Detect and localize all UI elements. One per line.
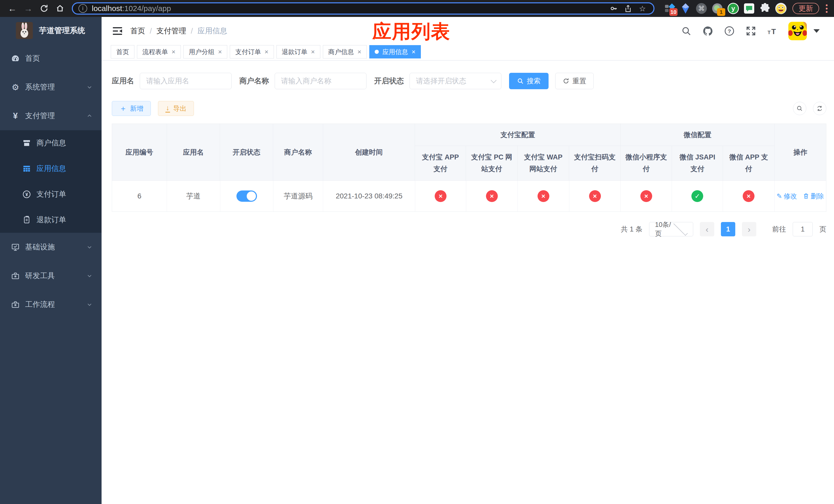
grid-icon — [22, 164, 32, 174]
monitor-icon — [10, 242, 21, 252]
status-badge: × — [640, 190, 652, 202]
breadcrumb: 首页 / 支付管理 / 应用信息 — [130, 26, 227, 36]
header-search-icon[interactable] — [681, 25, 692, 37]
profile-emoji-avatar[interactable] — [775, 3, 787, 14]
close-icon[interactable]: × — [357, 48, 361, 56]
status-badge: ✓ — [692, 190, 703, 202]
export-button[interactable]: ↓ 导出 — [158, 101, 194, 116]
fullscreen-icon[interactable] — [745, 25, 756, 37]
extension-command-icon[interactable]: ⌘ — [696, 3, 707, 14]
status-badge: × — [743, 190, 754, 202]
tab-app-info[interactable]: 应用信息× — [369, 45, 421, 59]
sidebar-item-merchant-info[interactable]: 商户信息 — [0, 130, 102, 156]
group-header-wechat: 微信配置 — [621, 124, 774, 146]
sidebar-item-pay-orders[interactable]: ¥ 支付订单 — [0, 182, 102, 207]
bookmark-star-icon[interactable]: ☆ — [637, 3, 648, 14]
search-button[interactable]: 搜索 — [509, 73, 549, 89]
extension-pieces-icon[interactable]: 10 — [664, 3, 676, 14]
share-icon[interactable] — [623, 3, 633, 14]
user-avatar[interactable] — [788, 22, 807, 40]
sidebar-item-home[interactable]: 首页 — [0, 44, 102, 73]
sidebar-item-pay[interactable]: ¥ 支付管理 — [0, 101, 102, 130]
sidebar-item-label: 研发工具 — [25, 271, 87, 281]
prev-page-button[interactable]: ‹ — [700, 222, 714, 236]
breadcrumb-home[interactable]: 首页 — [130, 26, 145, 36]
extension-badge: 1 — [717, 8, 725, 16]
extension-y-icon[interactable]: y — [727, 3, 739, 14]
sidebar-item-infrastructure[interactable]: 基础设施 — [0, 233, 102, 261]
delete-button[interactable]: 删除 — [803, 192, 824, 201]
status-select[interactable]: 请选择开启状态 — [410, 73, 501, 89]
shop-icon — [22, 138, 32, 148]
browser-update-button[interactable]: 更新 — [792, 3, 819, 14]
status-toggle[interactable] — [237, 190, 257, 202]
sidebar-item-app-info[interactable]: 应用信息 — [0, 156, 102, 182]
browser-home-icon[interactable] — [54, 3, 66, 14]
sidebar-item-system[interactable]: ⚙ 系统管理 — [0, 73, 102, 101]
help-icon[interactable]: ? — [724, 25, 735, 37]
sidebar-item-dev-tools[interactable]: 研发工具 — [0, 261, 102, 290]
tab-pay-order[interactable]: 支付订单× — [230, 45, 273, 59]
browser-menu-icon[interactable] — [823, 4, 830, 13]
cell-merchant: 芋道源码 — [273, 181, 323, 211]
close-icon[interactable]: × — [218, 48, 222, 56]
sidebar-item-refund-orders[interactable]: 退款订单 — [0, 207, 102, 233]
tab-home[interactable]: 首页 — [111, 45, 134, 59]
page-size-select[interactable]: 10条/页 — [649, 222, 693, 236]
table-toolbar: ＋ 新增 ↓ 导出 — [112, 101, 826, 116]
sidebar-item-label: 基础设施 — [25, 242, 87, 252]
yen-icon: ¥ — [10, 111, 21, 121]
cell-alipay-app: × — [415, 181, 466, 211]
extension-recorder-icon[interactable]: 1 — [711, 3, 723, 14]
extension-badge: 10 — [670, 8, 678, 16]
close-icon[interactable]: × — [412, 48, 415, 56]
page-content: 应用名 商户名称 开启状态 请选择开启状态 搜索 — [102, 61, 834, 236]
app-title: 芋道管理系统 — [39, 25, 85, 36]
extension-chat-icon[interactable] — [743, 3, 755, 14]
navbar-actions: ? TT — [681, 22, 820, 40]
page-number-1[interactable]: 1 — [721, 222, 735, 236]
col-header-name: 应用名 — [167, 124, 220, 181]
browser-back-icon[interactable]: ← — [7, 3, 18, 14]
tab-refund-order[interactable]: 退款订单× — [277, 45, 320, 59]
browser-forward-icon[interactable]: → — [23, 3, 34, 14]
url-text[interactable]: localhost:1024/pay/app — [92, 4, 605, 13]
breadcrumb-pay[interactable]: 支付管理 — [156, 26, 186, 36]
goto-page-input[interactable] — [793, 222, 813, 236]
add-button[interactable]: ＋ 新增 — [112, 101, 151, 116]
app-name-input[interactable] — [140, 73, 232, 89]
sidebar-collapse-icon[interactable] — [110, 24, 125, 38]
edit-button[interactable]: ✎修改 — [776, 192, 797, 201]
cell-created: 2021-10-23 08:49:25 — [323, 181, 415, 211]
close-icon[interactable]: × — [311, 48, 315, 56]
address-bar[interactable]: i localhost:1024/pay/app ☆ — [72, 2, 655, 15]
tab-process-form[interactable]: 流程表单× — [137, 45, 181, 59]
next-page-button[interactable]: › — [742, 222, 756, 236]
refresh-table-button[interactable] — [813, 102, 826, 115]
app-logo — [16, 22, 33, 39]
close-icon[interactable]: × — [172, 48, 175, 56]
sidebar-item-label: 退款订单 — [37, 215, 92, 225]
tab-merchant-info[interactable]: 商户信息× — [323, 45, 367, 59]
avatar-caret-icon[interactable] — [813, 29, 820, 33]
browser-reload-icon[interactable] — [39, 3, 50, 14]
extensions-puzzle-icon[interactable] — [759, 3, 771, 14]
sidebar-item-workflow[interactable]: 工作流程 — [0, 290, 102, 319]
sidebar-item-label: 应用信息 — [37, 164, 92, 174]
toggle-search-button[interactable] — [793, 102, 806, 115]
font-size-icon[interactable]: TT — [767, 25, 778, 37]
site-info-icon[interactable]: i — [79, 4, 87, 13]
close-icon[interactable]: × — [264, 48, 268, 56]
goto-label: 前往 — [772, 225, 786, 234]
chevron-down-icon — [87, 84, 92, 90]
status-badge: × — [486, 190, 498, 202]
reset-button[interactable]: 重置 — [555, 73, 594, 89]
cell-alipay-pc: × — [466, 181, 518, 211]
password-key-icon[interactable] — [608, 3, 619, 14]
col-header-id: 应用编号 — [112, 124, 167, 181]
merchant-name-input[interactable] — [275, 73, 367, 89]
col-header-created: 创建时间 — [323, 124, 415, 181]
tab-user-group[interactable]: 用户分组× — [183, 45, 227, 59]
extension-balloon-icon[interactable] — [680, 3, 692, 14]
github-icon[interactable] — [702, 25, 714, 37]
